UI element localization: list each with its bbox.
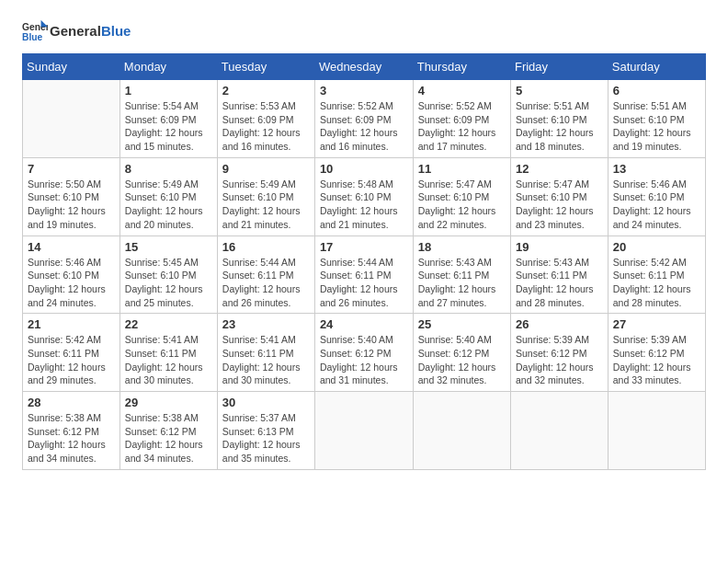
day-info: Sunrise: 5:42 AMSunset: 6:11 PMDaylight:… xyxy=(613,256,700,310)
logo-general: General xyxy=(50,23,101,39)
calendar-day-cell: 2Sunrise: 5:53 AMSunset: 6:09 PMDaylight… xyxy=(217,80,314,158)
day-info: Sunrise: 5:54 AMSunset: 6:09 PMDaylight:… xyxy=(125,99,212,154)
calendar-day-cell: 28Sunrise: 5:38 AMSunset: 6:12 PMDayligh… xyxy=(23,392,120,470)
day-number: 3 xyxy=(320,84,408,98)
logo-blue: Blue xyxy=(101,23,131,39)
calendar-day-cell: 20Sunrise: 5:42 AMSunset: 6:11 PMDayligh… xyxy=(608,236,705,314)
calendar-day-cell: 1Sunrise: 5:54 AMSunset: 6:09 PMDaylight… xyxy=(119,80,217,158)
day-number: 9 xyxy=(222,162,310,176)
day-number: 18 xyxy=(418,240,506,254)
day-number: 11 xyxy=(418,162,506,176)
day-info: Sunrise: 5:46 AMSunset: 6:10 PMDaylight:… xyxy=(28,256,115,310)
day-info: Sunrise: 5:53 AMSunset: 6:09 PMDaylight:… xyxy=(222,99,310,154)
calendar-day-cell: 23Sunrise: 5:41 AMSunset: 6:11 PMDayligh… xyxy=(217,314,314,392)
calendar-day-cell: 8Sunrise: 5:49 AMSunset: 6:10 PMDaylight… xyxy=(119,157,217,236)
calendar-day-cell: 26Sunrise: 5:39 AMSunset: 6:12 PMDayligh… xyxy=(510,314,608,392)
calendar-day-cell: 30Sunrise: 5:37 AMSunset: 6:13 PMDayligh… xyxy=(217,392,314,470)
calendar-week-row: 21Sunrise: 5:42 AMSunset: 6:11 PMDayligh… xyxy=(23,314,706,392)
calendar-week-row: 7Sunrise: 5:50 AMSunset: 6:10 PMDaylight… xyxy=(23,157,706,236)
weekday-header: Monday xyxy=(119,54,217,80)
day-number: 16 xyxy=(222,240,310,254)
day-number: 25 xyxy=(418,317,506,331)
day-number: 5 xyxy=(516,84,603,98)
logo-icon: General Blue xyxy=(22,18,48,44)
calendar-day-cell: 17Sunrise: 5:44 AMSunset: 6:11 PMDayligh… xyxy=(314,236,413,314)
calendar-day-cell: 15Sunrise: 5:45 AMSunset: 6:10 PMDayligh… xyxy=(119,236,217,314)
calendar-week-row: 1Sunrise: 5:54 AMSunset: 6:09 PMDaylight… xyxy=(23,80,706,158)
day-number: 27 xyxy=(613,317,700,331)
day-info: Sunrise: 5:44 AMSunset: 6:11 PMDaylight:… xyxy=(222,256,310,310)
day-number: 22 xyxy=(125,317,212,331)
day-number: 17 xyxy=(320,240,408,254)
day-number: 12 xyxy=(516,162,603,176)
calendar-day-cell xyxy=(608,392,705,470)
header: General Blue GeneralBlue xyxy=(22,18,706,44)
calendar-day-cell: 3Sunrise: 5:52 AMSunset: 6:09 PMDaylight… xyxy=(314,80,413,158)
logo: General Blue GeneralBlue xyxy=(22,18,131,44)
calendar-day-cell: 29Sunrise: 5:38 AMSunset: 6:12 PMDayligh… xyxy=(119,392,217,470)
weekday-header: Wednesday xyxy=(314,54,413,80)
weekday-header: Sunday xyxy=(23,54,120,80)
calendar-day-cell: 21Sunrise: 5:42 AMSunset: 6:11 PMDayligh… xyxy=(23,314,120,392)
calendar-day-cell xyxy=(314,392,413,470)
day-info: Sunrise: 5:42 AMSunset: 6:11 PMDaylight:… xyxy=(28,333,115,387)
day-number: 1 xyxy=(125,84,212,98)
calendar-day-cell: 18Sunrise: 5:43 AMSunset: 6:11 PMDayligh… xyxy=(413,236,510,314)
day-number: 4 xyxy=(418,84,506,98)
day-number: 7 xyxy=(28,162,115,176)
weekday-header: Thursday xyxy=(413,54,510,80)
day-info: Sunrise: 5:46 AMSunset: 6:10 PMDaylight:… xyxy=(613,178,700,232)
day-info: Sunrise: 5:39 AMSunset: 6:12 PMDaylight:… xyxy=(516,333,603,387)
calendar-day-cell: 13Sunrise: 5:46 AMSunset: 6:10 PMDayligh… xyxy=(608,157,705,236)
calendar-day-cell: 14Sunrise: 5:46 AMSunset: 6:10 PMDayligh… xyxy=(23,236,120,314)
day-info: Sunrise: 5:52 AMSunset: 6:09 PMDaylight:… xyxy=(418,99,506,154)
calendar-day-cell xyxy=(510,392,608,470)
day-info: Sunrise: 5:41 AMSunset: 6:11 PMDaylight:… xyxy=(222,333,310,387)
weekday-header: Saturday xyxy=(608,54,705,80)
calendar-day-cell: 27Sunrise: 5:39 AMSunset: 6:12 PMDayligh… xyxy=(608,314,705,392)
day-number: 13 xyxy=(613,162,700,176)
calendar-day-cell: 12Sunrise: 5:47 AMSunset: 6:10 PMDayligh… xyxy=(510,157,608,236)
calendar-day-cell: 25Sunrise: 5:40 AMSunset: 6:12 PMDayligh… xyxy=(413,314,510,392)
day-number: 15 xyxy=(125,240,212,254)
day-info: Sunrise: 5:43 AMSunset: 6:11 PMDaylight:… xyxy=(516,256,603,310)
day-info: Sunrise: 5:45 AMSunset: 6:10 PMDaylight:… xyxy=(125,256,212,310)
day-info: Sunrise: 5:52 AMSunset: 6:09 PMDaylight:… xyxy=(320,99,408,154)
day-info: Sunrise: 5:47 AMSunset: 6:10 PMDaylight:… xyxy=(516,178,603,232)
calendar-day-cell: 16Sunrise: 5:44 AMSunset: 6:11 PMDayligh… xyxy=(217,236,314,314)
calendar-day-cell: 24Sunrise: 5:40 AMSunset: 6:12 PMDayligh… xyxy=(314,314,413,392)
day-number: 20 xyxy=(613,240,700,254)
day-info: Sunrise: 5:51 AMSunset: 6:10 PMDaylight:… xyxy=(613,99,700,154)
day-number: 6 xyxy=(613,84,700,98)
day-number: 28 xyxy=(28,396,115,409)
day-info: Sunrise: 5:44 AMSunset: 6:11 PMDaylight:… xyxy=(320,256,408,310)
day-number: 26 xyxy=(516,317,603,331)
day-number: 30 xyxy=(222,396,310,409)
day-number: 19 xyxy=(516,240,603,254)
day-info: Sunrise: 5:37 AMSunset: 6:13 PMDaylight:… xyxy=(222,411,310,465)
calendar-day-cell: 4Sunrise: 5:52 AMSunset: 6:09 PMDaylight… xyxy=(413,80,510,158)
calendar-day-cell: 7Sunrise: 5:50 AMSunset: 6:10 PMDaylight… xyxy=(23,157,120,236)
calendar-week-row: 28Sunrise: 5:38 AMSunset: 6:12 PMDayligh… xyxy=(23,392,706,470)
day-info: Sunrise: 5:50 AMSunset: 6:10 PMDaylight:… xyxy=(28,178,115,232)
day-info: Sunrise: 5:38 AMSunset: 6:12 PMDaylight:… xyxy=(28,411,115,465)
day-number: 21 xyxy=(28,317,115,331)
day-number: 24 xyxy=(320,317,408,331)
calendar: SundayMondayTuesdayWednesdayThursdayFrid… xyxy=(22,53,706,470)
day-number: 29 xyxy=(125,396,212,409)
calendar-day-cell: 10Sunrise: 5:48 AMSunset: 6:10 PMDayligh… xyxy=(314,157,413,236)
day-info: Sunrise: 5:49 AMSunset: 6:10 PMDaylight:… xyxy=(222,178,310,232)
day-info: Sunrise: 5:51 AMSunset: 6:10 PMDaylight:… xyxy=(516,99,603,154)
day-number: 2 xyxy=(222,84,310,98)
weekday-header: Friday xyxy=(510,54,608,80)
day-info: Sunrise: 5:40 AMSunset: 6:12 PMDaylight:… xyxy=(320,333,408,387)
day-number: 10 xyxy=(320,162,408,176)
calendar-week-row: 14Sunrise: 5:46 AMSunset: 6:10 PMDayligh… xyxy=(23,236,706,314)
calendar-header-row: SundayMondayTuesdayWednesdayThursdayFrid… xyxy=(23,54,706,80)
day-number: 23 xyxy=(222,317,310,331)
day-info: Sunrise: 5:38 AMSunset: 6:12 PMDaylight:… xyxy=(125,411,212,465)
day-number: 8 xyxy=(125,162,212,176)
weekday-header: Tuesday xyxy=(217,54,314,80)
day-info: Sunrise: 5:48 AMSunset: 6:10 PMDaylight:… xyxy=(320,178,408,232)
day-info: Sunrise: 5:43 AMSunset: 6:11 PMDaylight:… xyxy=(418,256,506,310)
